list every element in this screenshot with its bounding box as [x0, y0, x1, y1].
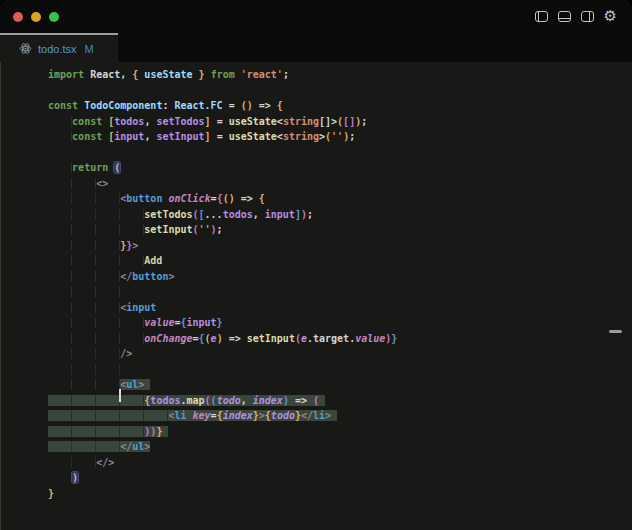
- code-line[interactable]: />: [48, 346, 632, 362]
- code-token: []: [343, 116, 355, 127]
- code-line[interactable]: setInput('');: [48, 222, 632, 238]
- code-token: '': [199, 224, 211, 235]
- code-line[interactable]: [48, 145, 632, 161]
- indent-whitespace: [48, 286, 120, 297]
- code-token: onChange: [144, 333, 192, 344]
- code-token: li: [313, 410, 325, 421]
- code-token: onClick: [168, 193, 210, 204]
- code-token: ...: [205, 209, 223, 220]
- code-token: ,: [144, 116, 156, 127]
- code-token: [187, 410, 193, 421]
- code-line[interactable]: <ul>: [48, 377, 632, 393]
- indent-whitespace: [48, 457, 96, 468]
- code-token: setInput: [156, 131, 204, 142]
- code-token: [162, 426, 168, 437]
- code-line[interactable]: const [input, setInput] = useState<strin…: [48, 129, 632, 145]
- code-token: =: [211, 410, 217, 421]
- indent-whitespace: [48, 209, 144, 220]
- code-token: index: [253, 395, 283, 406]
- layout-panel-bottom-icon[interactable]: [558, 11, 571, 22]
- indent-whitespace: [48, 395, 144, 406]
- code-token: =: [211, 116, 229, 127]
- indent-whitespace: [48, 364, 120, 375]
- indent-whitespace: [48, 410, 168, 421]
- code-token: todos: [114, 116, 144, 127]
- code-line[interactable]: value={input}: [48, 315, 632, 331]
- code-line[interactable]: <input: [48, 300, 632, 316]
- code-line[interactable]: }: [48, 486, 632, 502]
- code-line[interactable]: import React, { useState } from 'react';: [48, 67, 632, 83]
- code-line[interactable]: [48, 83, 632, 99]
- code-token: ;: [217, 224, 223, 235]
- code-token: todos: [223, 209, 253, 220]
- indent-whitespace: [48, 317, 144, 328]
- code-line[interactable]: setTodos([...todos, input]);: [48, 207, 632, 223]
- indent-whitespace: [48, 426, 144, 437]
- layout-sidebar-left-icon[interactable]: [535, 11, 548, 22]
- indent-whitespace: [48, 333, 144, 344]
- code-line[interactable]: Add: [48, 253, 632, 269]
- code-token: (): [241, 100, 253, 111]
- zoom-window-button[interactable]: [49, 12, 59, 22]
- code-token: string: [283, 116, 319, 127]
- indent-whitespace: [48, 255, 144, 266]
- code-token: useState: [229, 116, 277, 127]
- code-line[interactable]: [48, 284, 632, 300]
- code-line[interactable]: </button>: [48, 269, 632, 285]
- code-token: '': [331, 131, 343, 142]
- indent-whitespace: [48, 348, 120, 359]
- code-token: }: [391, 333, 397, 344]
- code-line[interactable]: onChange={(e) => setInput(e.target.value…: [48, 331, 632, 347]
- code-line[interactable]: </>: [48, 455, 632, 471]
- code-line[interactable]: const [todos, setTodos] = useState<strin…: [48, 114, 632, 130]
- code-token: setInput: [247, 333, 295, 344]
- close-window-button[interactable]: [13, 12, 23, 22]
- code-token: {: [277, 100, 283, 111]
- scrollbar-thumb[interactable]: [609, 330, 622, 333]
- indent-whitespace: [48, 116, 72, 127]
- code-token: ,: [144, 131, 156, 142]
- layout-sidebar-right-icon[interactable]: [581, 11, 594, 22]
- code-token: </: [301, 410, 313, 421]
- code-token: {: [217, 410, 223, 421]
- code-token: setInput: [144, 224, 192, 235]
- code-token: key: [193, 410, 211, 421]
- code-line[interactable]: </ul>: [48, 439, 632, 455]
- code-line[interactable]: <li key={index}>{todo}</li>: [48, 408, 632, 424]
- code-token: target: [313, 333, 349, 344]
- code-token: (): [223, 193, 235, 204]
- minimize-window-button[interactable]: [31, 12, 41, 22]
- indent-whitespace: [48, 162, 72, 173]
- code-token: =>: [223, 333, 247, 344]
- code-token: [331, 410, 337, 421]
- code-token: index: [223, 410, 253, 421]
- code-editor[interactable]: import React, { useState } from 'react';…: [0, 62, 632, 530]
- code-line[interactable]: <button onClick={() => {: [48, 191, 632, 207]
- code-line[interactable]: ))}: [48, 424, 632, 440]
- code-token: =: [223, 100, 241, 111]
- code-line[interactable]: return (: [48, 160, 632, 176]
- code-line[interactable]: [48, 362, 632, 378]
- code-token: ul: [132, 441, 144, 452]
- code-token: >: [132, 240, 138, 251]
- code-token: >: [144, 441, 150, 452]
- code-token: value: [355, 333, 385, 344]
- code-token: useState: [144, 69, 192, 80]
- code-token: const: [72, 131, 102, 142]
- code-line[interactable]: const TodoComponent: React.FC = () => {: [48, 98, 632, 114]
- code-token: map: [187, 395, 205, 406]
- code-line[interactable]: }}>: [48, 238, 632, 254]
- manage-gear-icon[interactable]: ⚙: [604, 9, 617, 24]
- indent-whitespace: [48, 302, 120, 313]
- code-line[interactable]: ): [48, 470, 632, 486]
- code-token: TodoComponent: [84, 100, 162, 111]
- code-line[interactable]: {todos.map((todo, index) => (: [48, 393, 632, 409]
- code-token: />: [120, 348, 132, 359]
- code-token: :: [162, 100, 174, 111]
- indent-whitespace: [48, 193, 120, 204]
- code-token: return: [72, 162, 108, 173]
- code-line[interactable]: <>: [48, 176, 632, 192]
- code-token: import: [48, 69, 84, 80]
- tab-todo-tsx[interactable]: todo.tsx M: [0, 33, 118, 62]
- code-token: Add: [144, 255, 162, 266]
